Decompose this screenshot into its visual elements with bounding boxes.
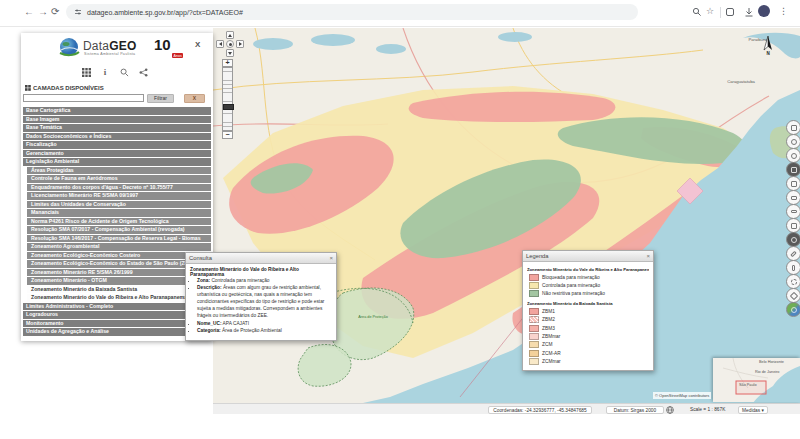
identify-tool-button[interactable]	[786, 232, 800, 247]
legend-entry: Controlada para mineração	[527, 281, 649, 289]
legend-swatch	[529, 341, 539, 348]
legend-titlebar[interactable]: Legenda ×	[523, 251, 653, 262]
consulta-popup[interactable]: Consulta × Zoneamento Minerário do Vale …	[185, 252, 337, 341]
bookmark-star-icon[interactable]: ☆	[706, 6, 714, 16]
draw-tool-button[interactable]	[786, 246, 800, 261]
filter-input[interactable]	[23, 94, 144, 102]
layers-tool-button[interactable]	[786, 190, 800, 205]
layer-item[interactable]: Unidades de Agregação e Análise	[23, 328, 211, 336]
inset-graphic	[713, 358, 800, 402]
browser-menu-icon[interactable]: ⋮	[779, 6, 788, 16]
legend-entry: Bloqueada para mineração	[527, 273, 649, 281]
pan-center-button[interactable]	[226, 40, 234, 48]
legend-section-header: Zoneamento Minerário da Baixada Santista	[527, 301, 649, 306]
search-icon[interactable]	[692, 7, 702, 17]
layer-item[interactable]: Zoneamento Ecológico-Econômico do Estado…	[27, 260, 211, 268]
browser-toolbar: ← → ⟳ datageo.ambiente.sp.gov.br/app/?ct…	[0, 0, 800, 27]
info-button[interactable]: i	[98, 65, 112, 79]
profile-avatar[interactable]	[758, 5, 770, 17]
browser-address-bar[interactable]: datageo.ambiente.sp.gov.br/app/?ctx=DATA…	[66, 4, 638, 20]
filter-button[interactable]: Filtrar	[147, 94, 174, 103]
legend-window[interactable]: Legenda × Zoneamento Minerário do Vale d…	[522, 250, 654, 371]
basemap-tool-button[interactable]	[786, 302, 800, 317]
consulta-fields: Zona: Controlada para mineração Descriçã…	[190, 278, 332, 335]
layer-item-selected[interactable]: Zoneamento Minerário da Baixada Santista	[27, 286, 211, 294]
layer-item[interactable]: Limites Administrativos - Completo	[23, 303, 211, 311]
layer-item[interactable]: Monitoramento	[23, 320, 211, 328]
history-tool-button[interactable]	[786, 274, 800, 289]
available-layers-title: CAMADAS DISPONÍVEIS	[25, 85, 213, 91]
layer-item[interactable]: Dados Socioeconômicos e Índices	[23, 133, 211, 141]
consulta-field: Zona: Controlada para mineração	[197, 278, 332, 285]
legend-entry: ZCM	[527, 341, 649, 349]
bookmarks-tool-button[interactable]	[786, 176, 800, 191]
legend-swatch	[529, 333, 539, 340]
map-canvas[interactable]: Paraibuna Caraguatatuba Área de Proteção	[213, 28, 800, 403]
layers-list-icon	[25, 85, 31, 91]
zoom-box-tool-button[interactable]	[786, 148, 800, 163]
layer-item[interactable]: Resolução SMA 07/2017 - Compensação Ambi…	[27, 226, 211, 234]
layer-item[interactable]: Zoneamento Agroambiental	[27, 243, 211, 251]
layer-item[interactable]: Base Cartográfica	[23, 107, 211, 115]
consulta-field: Nome_UC: APA CAJATI	[197, 321, 332, 328]
edit-tool-button[interactable]	[786, 260, 800, 275]
browser-forward-button[interactable]: →	[38, 5, 48, 19]
overview-inset-map[interactable]: Belo Horizonte Rio de Janeiro São Paulo	[713, 358, 800, 402]
measure-tool-button[interactable]	[786, 204, 800, 219]
layer-item[interactable]: Gerenciamento	[23, 150, 211, 158]
north-arrow: N	[760, 36, 776, 58]
layer-item[interactable]: Zoneamento Minerário RE 5/SMA 26/1999	[27, 269, 211, 277]
layer-item[interactable]: Logradouros	[23, 311, 211, 319]
share-icon	[139, 68, 148, 77]
recenter-tool-button[interactable]	[786, 134, 800, 149]
layer-item[interactable]: Legislação Ambiental	[23, 158, 211, 166]
layer-item[interactable]: Zoneamento Ecológico-Econômico Costeiro	[27, 252, 211, 260]
legend-close-icon[interactable]: ×	[646, 253, 650, 259]
layer-item[interactable]: Norma P4261 Risco de Acidente de Origem …	[27, 218, 211, 226]
browser-reload-button[interactable]: ⟳	[51, 5, 59, 19]
layer-item[interactable]: Controle de Fauna em Aeródromos	[27, 175, 211, 183]
globe-icon[interactable]	[666, 406, 674, 414]
pan-up-button[interactable]	[226, 31, 234, 39]
print-tool-button[interactable]	[786, 218, 800, 233]
layer-item[interactable]: Áreas Protegidas	[27, 167, 211, 175]
measure-button[interactable]: Medidas ▾	[738, 406, 768, 414]
panel-close-button[interactable]: X	[193, 38, 202, 51]
browser-back-button[interactable]: ←	[24, 5, 34, 19]
zoom-handle[interactable]	[223, 104, 234, 110]
download-icon[interactable]	[744, 7, 754, 18]
search-button[interactable]	[117, 65, 131, 79]
layers-grid-button[interactable]	[79, 65, 93, 79]
zoom-out-button[interactable]: −	[222, 131, 233, 139]
layer-item[interactable]: Enquadramento dos corpos d'água - Decret…	[27, 184, 211, 192]
layer-item[interactable]: Resolução SMA 146/2017 - Compensação de …	[27, 235, 211, 243]
layer-item[interactable]: Fiscalização	[23, 141, 211, 149]
layer-item-selected[interactable]: Zoneamento Minerário do Vale do Ribeira …	[27, 294, 211, 302]
share-tool-button[interactable]	[786, 288, 800, 303]
layer-item[interactable]: Limites das Unidades de Conservação	[27, 201, 211, 209]
pan-right-button[interactable]	[236, 40, 244, 48]
layer-item[interactable]: Mananciais	[27, 209, 211, 217]
zoom-track[interactable]	[222, 67, 233, 131]
map-attribution: © OpenStreetMap contributors	[653, 392, 711, 399]
layer-category-list: Base Cartográfica Base Imagem Base Temát…	[23, 107, 211, 336]
pan-tool-button[interactable]	[786, 120, 800, 135]
consulta-titlebar[interactable]: Consulta ×	[186, 253, 336, 264]
site-settings-icon[interactable]	[74, 8, 82, 16]
consulta-close-icon[interactable]: ×	[329, 255, 333, 261]
filter-clear-button[interactable]: X	[184, 94, 205, 103]
layer-item[interactable]: Licenciamento Minerário RE 5/SMA 09/1997	[27, 192, 211, 200]
layer-item[interactable]: Base Temática	[23, 124, 211, 132]
zoom-in-button[interactable]: +	[222, 59, 233, 67]
legend-entry: ZBMmar	[527, 332, 649, 340]
layer-item[interactable]: Zoneamento Minerário - OTGM	[27, 277, 211, 285]
share-button[interactable]	[136, 65, 150, 79]
consulta-field: Descrição: Áreas com algum grau de restr…	[197, 285, 332, 320]
legend-entry: ZCM-AR	[527, 349, 649, 357]
legend-entry: ZCMmar	[527, 358, 649, 366]
layer-item[interactable]: Base Imagem	[23, 116, 211, 124]
pan-left-button[interactable]	[216, 40, 224, 48]
extensions-icon[interactable]	[726, 8, 734, 16]
pan-down-button[interactable]	[226, 49, 234, 57]
full-extent-tool-button[interactable]	[786, 162, 800, 177]
